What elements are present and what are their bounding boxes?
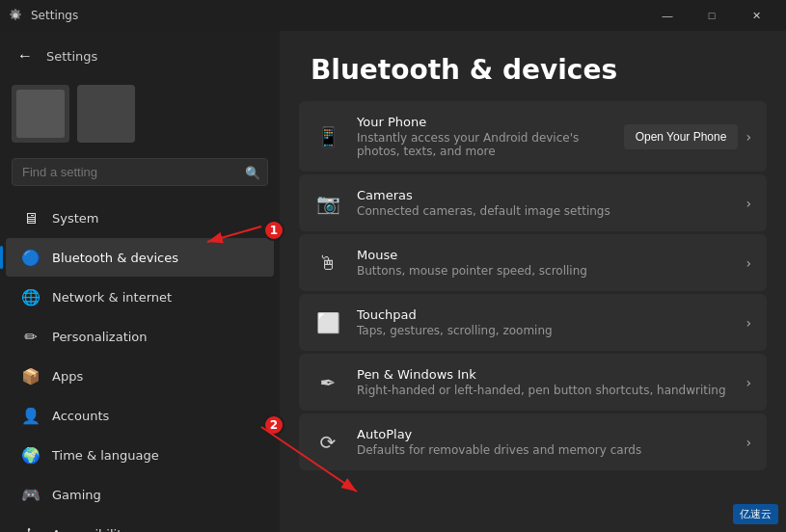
sidebar-item-accessibility[interactable]: ♿ Accessibility <box>6 515 274 532</box>
chevron-right-icon: › <box>745 375 751 390</box>
sidebar-item-label: Bluetooth & devices <box>52 251 178 265</box>
time-icon: 🌍 <box>21 445 41 465</box>
chevron-right-icon: › <box>745 315 751 331</box>
sidebar-item-network[interactable]: 🌐 Network & internet <box>6 278 274 316</box>
pen-ink-icon: ✒ <box>314 369 341 396</box>
title-bar-label: Settings <box>31 9 78 22</box>
apps-icon: 📦 <box>21 366 41 386</box>
annotation-badge-2: 2 <box>263 414 285 436</box>
settings-item-title: Cameras <box>357 188 730 202</box>
settings-item-touchpad[interactable]: ⬜ Touchpad Taps, gestures, scrolling, zo… <box>299 294 767 351</box>
sidebar-item-label: Accessibility <box>52 527 129 533</box>
settings-item-desc: Connected cameras, default image setting… <box>357 204 730 218</box>
settings-item-title: AutoPlay <box>357 427 730 441</box>
touchpad-icon: ⬜ <box>314 309 341 336</box>
search-icon: 🔍 <box>245 165 260 179</box>
settings-item-action: › <box>745 255 751 271</box>
system-icon: 🖥 <box>21 208 41 227</box>
settings-list: 📱 Your Phone Instantly access your Andro… <box>280 101 786 532</box>
settings-item-pen-ink[interactable]: ✒ Pen & Windows Ink Right-handed or left… <box>299 354 767 411</box>
chevron-right-icon: › <box>745 435 751 450</box>
settings-item-action: › <box>745 375 751 390</box>
avatar-area <box>0 77 280 154</box>
sidebar-item-label: Apps <box>52 369 83 384</box>
avatar-secondary <box>77 85 135 143</box>
sidebar-item-gaming[interactable]: 🎮 Gaming <box>6 475 274 514</box>
settings-item-desc: Taps, gestures, scrolling, zooming <box>357 324 730 337</box>
back-button[interactable]: ← <box>12 42 39 69</box>
gaming-icon: 🎮 <box>21 485 41 504</box>
settings-item-action: › <box>745 315 751 331</box>
title-bar: Settings — □ ✕ <box>0 0 786 31</box>
settings-item-title: Mouse <box>357 248 730 262</box>
settings-item-cameras[interactable]: 📷 Cameras Connected cameras, default ima… <box>299 174 767 231</box>
sidebar-item-label: Network & internet <box>52 290 172 305</box>
main-header: Bluetooth & devices <box>280 31 786 101</box>
sidebar-item-label: Accounts <box>52 409 109 423</box>
app-body: ← Settings 🔍 🖥 System 🔵 Bluetooth & dev <box>0 31 786 532</box>
settings-item-action: Open Your Phone› <box>624 124 751 149</box>
sidebar-item-label: System <box>52 211 98 226</box>
settings-item-action: › <box>745 196 751 211</box>
chevron-right-icon: › <box>745 129 751 145</box>
close-button[interactable]: ✕ <box>734 0 778 31</box>
minimize-button[interactable]: — <box>645 0 690 31</box>
sidebar-item-bluetooth[interactable]: 🔵 Bluetooth & devices <box>6 238 274 277</box>
settings-item-title: Your Phone <box>357 115 609 129</box>
personalization-icon: ✏ <box>21 327 41 346</box>
sidebar-item-personalization[interactable]: ✏ Personalization <box>6 317 274 356</box>
nav-list: 🖥 System 🔵 Bluetooth & devices 🌐 Network… <box>0 194 280 532</box>
settings-item-title: Pen & Windows Ink <box>357 367 730 382</box>
network-icon: 🌐 <box>21 287 41 306</box>
cameras-icon: 📷 <box>314 190 341 217</box>
accounts-icon: 👤 <box>21 406 41 425</box>
sidebar-item-accounts[interactable]: 👤 Accounts <box>6 396 274 435</box>
bluetooth-icon: 🔵 <box>21 248 41 267</box>
chevron-right-icon: › <box>745 255 751 271</box>
accessibility-icon: ♿ <box>21 524 41 532</box>
settings-item-desc: Buttons, mouse pointer speed, scrolling <box>357 264 730 278</box>
settings-item-desc: Defaults for removable drives and memory… <box>357 443 730 457</box>
watermark: 亿速云 <box>733 504 778 524</box>
chevron-right-icon: › <box>745 196 751 211</box>
sidebar-item-label: Personalization <box>52 330 148 344</box>
sidebar: ← Settings 🔍 🖥 System 🔵 Bluetooth & dev <box>0 31 280 532</box>
window-controls: — □ ✕ <box>645 0 778 31</box>
sidebar-item-time[interactable]: 🌍 Time & language <box>6 436 274 474</box>
settings-item-your-phone[interactable]: 📱 Your Phone Instantly access your Andro… <box>299 101 767 172</box>
sidebar-item-system[interactable]: 🖥 System <box>6 199 274 237</box>
settings-item-title: Touchpad <box>357 307 730 322</box>
annotation-badge-1: 1 <box>263 220 285 241</box>
sidebar-item-label: Gaming <box>52 488 101 502</box>
sidebar-item-apps[interactable]: 📦 Apps <box>6 357 274 395</box>
settings-item-desc: Instantly access your Android device's p… <box>357 131 609 158</box>
mouse-icon: 🖱 <box>314 250 341 277</box>
search-box: 🔍 <box>12 158 268 186</box>
page-title: Bluetooth & devices <box>311 54 755 86</box>
settings-item-autoplay[interactable]: ⟳ AutoPlay Defaults for removable drives… <box>299 413 767 470</box>
autoplay-icon: ⟳ <box>314 429 341 456</box>
sidebar-item-label: Time & language <box>52 448 159 463</box>
main-panel: Bluetooth & devices 📱 Your Phone Instant… <box>280 31 786 532</box>
settings-item-desc: Right-handed or left-handed, pen button … <box>357 384 730 397</box>
sidebar-app-label: Settings <box>46 49 97 64</box>
maximize-button[interactable]: □ <box>690 0 734 31</box>
search-input[interactable] <box>12 158 268 186</box>
open-your-phone-button[interactable]: Open Your Phone <box>624 124 739 149</box>
settings-item-action: › <box>745 435 751 450</box>
sidebar-top: ← Settings <box>0 31 280 77</box>
settings-item-mouse[interactable]: 🖱 Mouse Buttons, mouse pointer speed, sc… <box>299 234 767 291</box>
settings-app-icon <box>8 8 23 23</box>
your-phone-icon: 📱 <box>314 123 341 150</box>
avatar <box>12 85 69 143</box>
